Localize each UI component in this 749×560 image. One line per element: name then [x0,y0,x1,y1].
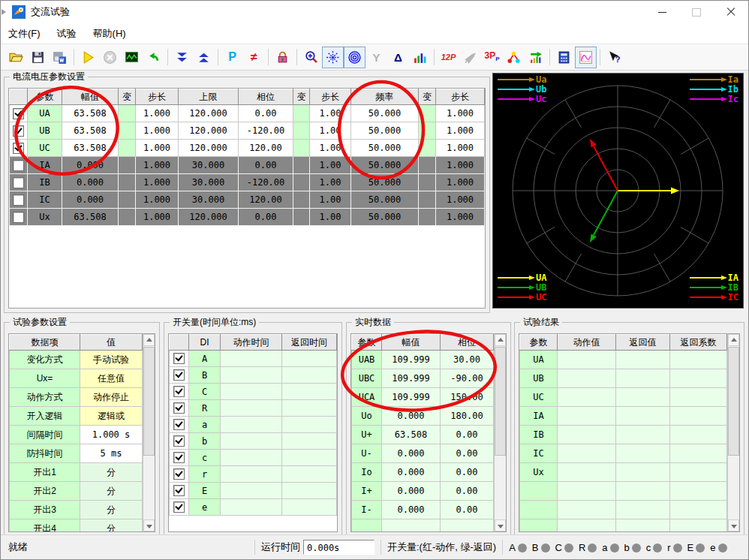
step-cell[interactable]: 1.00 [310,191,351,209]
polar-grid-button[interactable] [344,47,365,68]
vary-cell[interactable] [119,140,136,157]
vary-cell[interactable] [419,157,436,174]
phase-cell[interactable]: 120.00 [239,140,293,157]
step-cell[interactable]: 1.000 [136,191,179,209]
scroll-down-button[interactable] [143,519,155,531]
step-cell[interactable]: 1.00 [310,122,351,140]
step-cell[interactable]: 1.000 [136,157,179,174]
value-cell[interactable]: 分 [80,501,143,519]
vary-cell[interactable] [293,122,310,140]
scroll-up-button[interactable] [728,334,739,346]
phase-cell[interactable]: 120.00 [239,191,293,209]
scroll-up-button[interactable] [495,334,506,346]
step-cell[interactable]: 1.000 [136,140,179,157]
trend-button[interactable] [525,47,546,68]
scrollbar-thumb[interactable] [143,347,155,456]
freq-cell[interactable]: 50.000 [351,140,419,157]
amp-cell[interactable]: 0.000 [62,174,119,191]
di-checkbox[interactable] [173,353,185,364]
limit-cell[interactable]: 120.000 [179,140,239,157]
vary-cell[interactable] [293,140,310,157]
vector-group-button[interactable] [503,47,525,68]
row-checkbox[interactable] [13,143,24,154]
scroll-down-button[interactable] [728,519,739,531]
vary-cell[interactable] [119,122,136,140]
rocket-button[interactable] [459,47,481,68]
limit-cell[interactable]: 120.000 [179,122,239,140]
vertical-scrollbar[interactable] [143,333,155,532]
step-cell[interactable]: 1.000 [136,105,179,122]
value-cell[interactable]: 任意值 [80,369,143,388]
step-cell[interactable]: 1.000 [436,174,485,191]
step-cell[interactable]: 1.000 [136,174,179,191]
step-cell[interactable]: 1.00 [310,105,351,122]
limit-cell[interactable]: 120.000 [179,209,239,226]
value-cell[interactable]: 分 [80,519,143,533]
stop-button[interactable] [99,47,121,68]
step-cell[interactable]: 1.000 [436,105,485,122]
vary-cell[interactable] [419,174,436,191]
di-checkbox[interactable] [173,386,185,397]
minimize-button[interactable] [645,1,679,23]
freq-cell[interactable]: 50.000 [351,209,419,226]
vary-cell[interactable] [119,209,136,226]
menu-item-test[interactable]: 试验 [57,27,77,41]
step-cell[interactable]: 1.00 [310,209,351,226]
row-checkbox[interactable] [13,177,24,188]
step-up-button[interactable] [193,47,215,68]
bar-display-button[interactable] [409,47,431,68]
di-checkbox[interactable] [173,452,185,463]
scrollbar-thumb[interactable] [728,347,739,456]
step-cell[interactable]: 1.000 [136,209,179,226]
vary-cell[interactable] [293,174,310,191]
di-checkbox[interactable] [173,419,185,430]
step-cell[interactable]: 1.000 [436,191,485,209]
export-word-button[interactable] [49,47,71,68]
step-down-button[interactable] [171,47,193,68]
row-checkbox[interactable] [13,194,24,206]
step-cell[interactable]: 1.00 [310,140,351,157]
step-cell[interactable]: 1.000 [136,122,179,140]
di-checkbox[interactable] [173,369,185,381]
freq-cell[interactable]: 50.000 [351,122,419,140]
vary-cell[interactable] [293,105,310,122]
zoom-button[interactable] [300,47,322,68]
freq-cell[interactable]: 50.000 [351,174,419,191]
vary-cell[interactable] [419,105,436,122]
vary-cell[interactable] [119,105,136,122]
freq-cell[interactable]: 50.000 [351,157,419,174]
maximize-button[interactable] [679,1,714,23]
vary-cell[interactable] [419,122,436,140]
phase-cell[interactable]: -120.00 [239,174,293,191]
wye-connection-button[interactable]: Y [365,47,387,68]
value-cell[interactable]: 分 [80,463,143,482]
delta-connection-button[interactable]: Δ [387,47,409,68]
vertical-scrollbar[interactable] [494,333,507,532]
save-button[interactable] [27,47,49,68]
context-help-button[interactable]: ? [603,47,625,68]
amp-cell[interactable]: 63.508 [62,105,119,122]
vary-cell[interactable] [419,191,436,209]
step-cell[interactable]: 1.00 [310,174,351,191]
rays-view-button[interactable] [322,47,344,68]
step-cell[interactable]: 1.000 [436,209,485,226]
p-setting-button[interactable]: P [221,47,243,68]
limit-cell[interactable]: 120.000 [179,105,239,122]
amp-cell[interactable]: 63.508 [62,140,119,157]
not-equal-button[interactable]: ≠ [243,47,265,68]
di-checkbox[interactable] [173,435,185,447]
menu-item-help[interactable]: 帮助(H) [93,27,126,41]
vary-cell[interactable] [293,157,310,174]
step-cell[interactable]: 1.000 [436,140,485,157]
lock-button[interactable] [272,47,293,68]
value-cell[interactable]: 分 [80,482,143,501]
amp-cell[interactable]: 63.508 [62,122,119,140]
phase-cell[interactable]: 0.00 [239,209,293,226]
amp-cell[interactable]: 0.000 [62,157,119,174]
wave-window-button[interactable] [575,47,597,68]
di-checkbox[interactable] [173,485,185,496]
step-cell[interactable]: 1.00 [310,157,351,174]
vertical-scrollbar[interactable] [727,333,740,532]
amp-cell[interactable]: 63.508 [62,209,119,226]
di-checkbox[interactable] [173,501,185,513]
